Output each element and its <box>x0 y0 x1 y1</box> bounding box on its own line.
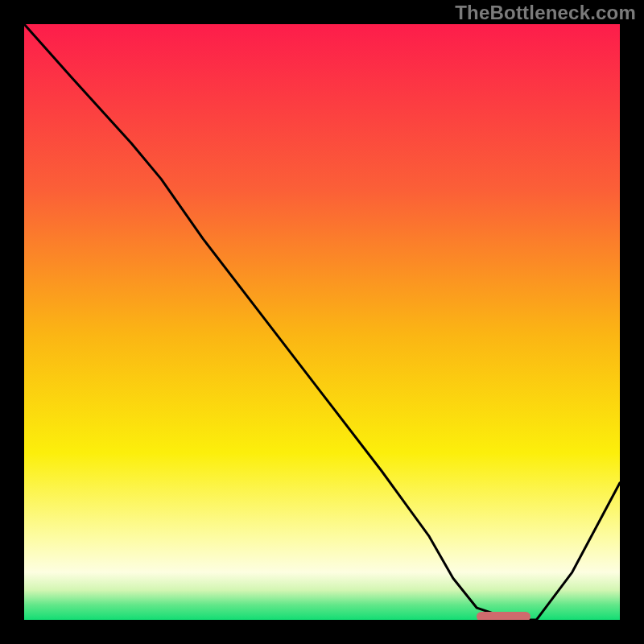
optimal-range-marker <box>477 612 530 620</box>
watermark-text: TheBottleneck.com <box>455 2 636 24</box>
plot-area <box>24 24 620 620</box>
bottleneck-curve <box>24 24 620 620</box>
chart-frame: TheBottleneck.com <box>0 0 644 644</box>
